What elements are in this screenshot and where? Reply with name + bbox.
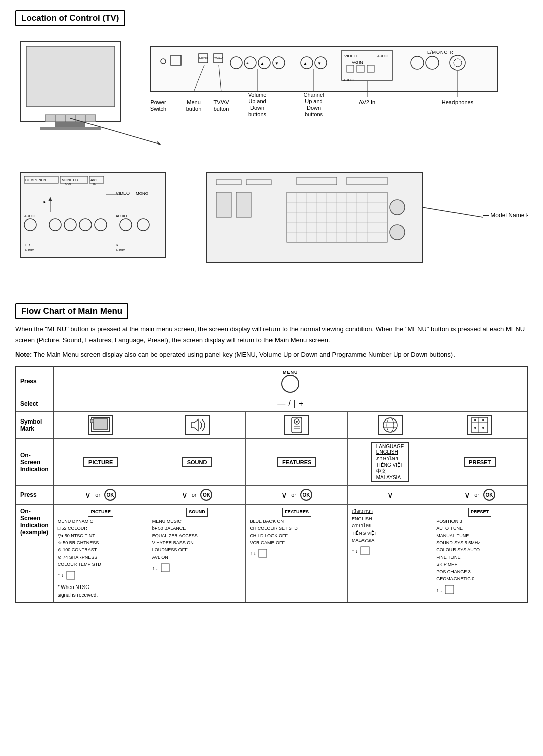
svg-text:▼: ▼: [317, 61, 321, 66]
svg-text:MONO: MONO: [136, 191, 148, 196]
down-arrow-btn3: ∨: [281, 490, 287, 500]
svg-text:— Model Name Plate: — Model Name Plate: [483, 212, 528, 219]
select-bar: |: [294, 399, 296, 408]
small-btn-icon3: [258, 548, 268, 558]
ex-sound-title: SOUND: [186, 508, 208, 517]
ex-preset-footer: ↑ ↓: [436, 584, 523, 595]
svg-text:AUDIO: AUDIO: [377, 54, 389, 58]
press2-sound: ∨ or OK: [152, 489, 242, 501]
up-arr4: ↑: [352, 547, 354, 555]
ex-picture-footer: ↑ ↓: [58, 570, 144, 580]
mini-arrows2: ↑ ↓: [152, 564, 158, 572]
row-label-example: On-ScreenIndication(example): [16, 505, 53, 602]
symbol-preset-cell: [432, 412, 527, 439]
svg-rect-2: [55, 122, 85, 127]
preset-symbol: [467, 415, 492, 435]
svg-rect-113: [236, 192, 251, 217]
svg-text:MENU: MENU: [199, 57, 208, 60]
svg-text:Power: Power: [150, 99, 166, 105]
sound-symbol: [185, 415, 210, 435]
svg-point-126: [296, 421, 298, 423]
table-row-press: Press MENU: [16, 366, 527, 396]
svg-rect-131: [472, 417, 488, 433]
svg-text:▼: ▼: [275, 61, 279, 66]
example-picture-cell: PICTURE MENU DYNAMIC □ 52 COLOUR ▽♦ 50 N…: [53, 505, 148, 602]
lang-thai: ภาษาไทย: [376, 455, 404, 462]
example-language-cell: เลือกภาษา ENGLISH ภาษาไทย TIẾNG VIỆT MAL…: [347, 505, 432, 602]
svg-rect-120: [90, 419, 94, 423]
svg-point-127: [383, 418, 397, 432]
lang-malaysia: MALAYSIA: [376, 475, 404, 480]
select-plus: +: [299, 399, 303, 408]
ex-features-footer: ↑ ↓: [250, 548, 343, 558]
svg-text:AUDIO: AUDIO: [25, 249, 34, 252]
svg-text:Down: Down: [307, 105, 321, 111]
svg-point-128: [387, 418, 394, 432]
svg-rect-112: [216, 192, 231, 217]
picture-symbol: [88, 415, 113, 435]
row-label-press: Press: [16, 366, 53, 396]
press-menu-cell: MENU: [53, 366, 527, 396]
select-minus: —: [277, 399, 285, 408]
lang-label: LANGUAGE: [376, 444, 404, 449]
svg-rect-140: [259, 549, 267, 557]
select-cell: — / | +: [53, 396, 527, 412]
features-symbol: [284, 415, 309, 435]
or-text3: or: [291, 492, 296, 498]
flow-section: Flow Chart of Main Menu When the "MENU" …: [15, 303, 528, 603]
flow-chart-table: Press MENU Select — / | + Symbo: [15, 366, 528, 602]
onscreen-preset: PRESET: [464, 457, 496, 467]
menu-symbol: [281, 375, 299, 393]
or-text1: or: [95, 492, 100, 498]
svg-rect-1: [26, 46, 115, 107]
row-label-select: Select: [16, 396, 53, 412]
svg-line-116: [422, 207, 483, 217]
up-arr3: ↑: [250, 550, 252, 557]
symbol-features-cell: [246, 412, 348, 439]
mini-arrows4: ↑ ↓: [352, 547, 358, 555]
menu-btn-wrapper: MENU: [270, 370, 310, 393]
ex-lang-select: เลือกภาษา: [352, 508, 428, 515]
svg-text:Up and: Up and: [305, 98, 322, 104]
small-btn-icon4: [360, 546, 370, 556]
example-features: FEATURES BLUE BACK ON CH COLOUR SET STD …: [250, 508, 343, 558]
select-slash: /: [288, 399, 290, 408]
svg-text:L/MONO R: L/MONO R: [427, 50, 454, 55]
mini-arrows1: ↑ ↓: [58, 571, 64, 579]
symbol-picture-cell: [53, 412, 148, 439]
up-arr1: ↑: [58, 571, 60, 579]
language-icon: [380, 415, 400, 435]
tv-control-diagram: L/MONO R MENU TV/AV – + ▲ ▼ ▲: [15, 31, 528, 167]
dn-arr3: ↓: [253, 550, 256, 557]
svg-text:VIDEO: VIDEO: [344, 54, 357, 58]
table-row-onscreen: On-ScreenIndication PICTURE SOUND FEATUR…: [16, 439, 527, 486]
onscreen-features-cell: FEATURES: [246, 439, 348, 486]
or-text5: or: [474, 492, 479, 498]
svg-text:MONITOR: MONITOR: [62, 178, 78, 182]
ex-lang-malaysia: MALAYSIA: [352, 537, 428, 544]
lang-chinese: 中文: [376, 468, 404, 475]
ex-features-list: BLUE BACK ON CH COLOUR SET STD CHILD LOC…: [250, 518, 343, 547]
ex-lang-thai: ภาษาไทย: [352, 522, 428, 529]
down-arrow-btn2: ∨: [182, 490, 188, 500]
section-divider: [15, 288, 528, 288]
svg-point-114: [390, 200, 405, 215]
svg-text:Volume: Volume: [248, 92, 267, 98]
section1-title: Location of Control (TV): [15, 10, 125, 26]
svg-text:AUDIO: AUDIO: [116, 249, 125, 252]
ex-preset-list: POSITION 3 AUTO TUNE MANUAL TUNE SOUND S…: [436, 518, 523, 583]
location-section: Location of Control (TV) L/MONO R: [15, 10, 528, 278]
example-sound: SOUND MENU MUSIC b♦ 50 BALANCE EQUALIZER…: [152, 508, 242, 573]
svg-text:Channel: Channel: [304, 92, 324, 98]
small-btn-icon2: [160, 563, 170, 573]
table-row-select: Select — / | +: [16, 396, 527, 412]
svg-text:▲: ▲: [303, 61, 307, 66]
press2-features-cell: ∨ or OK: [246, 486, 348, 505]
press2-language-cell: ∨: [347, 486, 432, 505]
row-label-press2: Press: [16, 486, 53, 505]
svg-text:TV/AV: TV/AV: [214, 99, 230, 105]
ex-sound-footer: ↑ ↓: [152, 563, 242, 573]
section2-title: Flow Chart of Main Menu: [15, 303, 128, 319]
svg-rect-141: [361, 547, 369, 555]
ok-btn5: OK: [483, 489, 495, 501]
